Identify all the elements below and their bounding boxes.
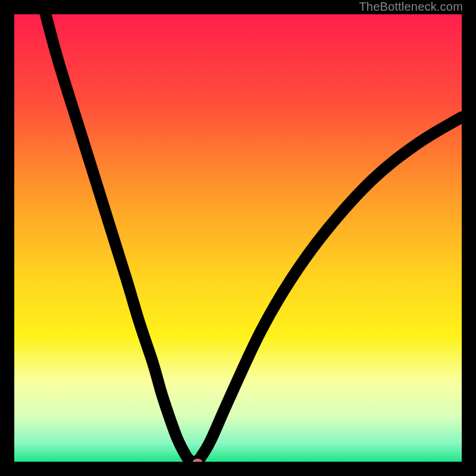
curve-layer [14,14,462,462]
plot-area [14,14,462,462]
bottleneck-curve [46,14,462,462]
watermark-text: TheBottleneck.com [359,0,463,14]
chart-frame: TheBottleneck.com [0,0,476,476]
min-point-marker [193,459,202,462]
